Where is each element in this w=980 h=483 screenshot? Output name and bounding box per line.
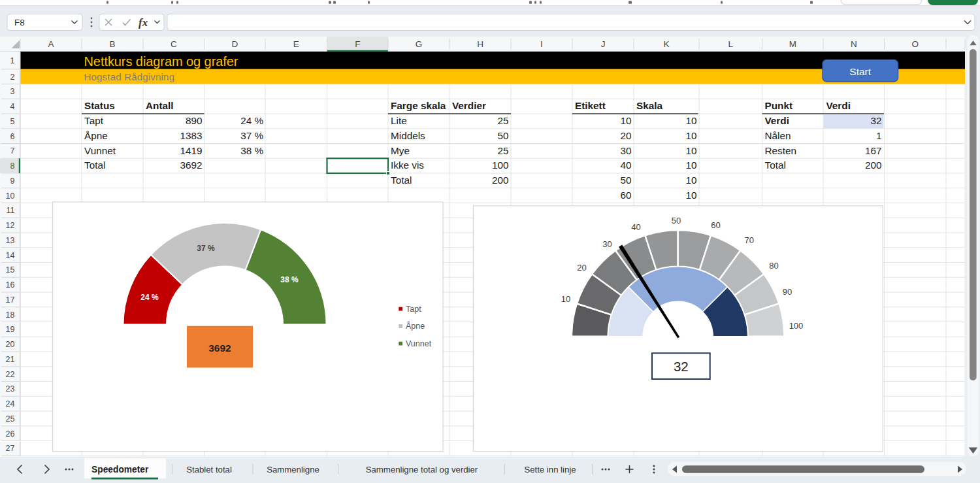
svg-text:Verdier: Verdier — [452, 100, 486, 111]
svg-text:F: F — [355, 39, 360, 49]
svg-text:O: O — [911, 39, 919, 49]
svg-text:37 %: 37 % — [197, 244, 215, 253]
svg-text:Sette inn linje: Sette inn linje — [524, 465, 576, 475]
svg-text:Antall: Antall — [146, 100, 174, 111]
svg-text:J: J — [601, 39, 606, 49]
svg-text:Åpne: Åpne — [84, 130, 108, 141]
svg-text:1: 1 — [10, 56, 15, 65]
svg-text:38 %: 38 % — [240, 145, 263, 156]
svg-text:3692: 3692 — [208, 342, 231, 354]
svg-text:11: 11 — [7, 206, 15, 215]
svg-text:Skala: Skala — [636, 100, 662, 111]
svg-text:26: 26 — [6, 429, 15, 439]
svg-text:14: 14 — [6, 251, 15, 260]
svg-text:25: 25 — [6, 414, 15, 424]
svg-text:80: 80 — [769, 261, 778, 271]
svg-text:22: 22 — [6, 370, 15, 379]
svg-text:15: 15 — [6, 265, 15, 275]
svg-text:32: 32 — [674, 359, 689, 374]
svg-text:Start: Start — [849, 66, 871, 77]
svg-text:9: 9 — [10, 176, 15, 186]
svg-text:30: 30 — [620, 145, 631, 156]
svg-text:Resten: Resten — [765, 145, 796, 156]
svg-text:5: 5 — [10, 117, 15, 126]
svg-text:25: 25 — [497, 145, 508, 156]
svg-text:1: 1 — [876, 130, 882, 141]
svg-text:Hogstad Rådgivning: Hogstad Rådgivning — [84, 71, 175, 82]
svg-text:10: 10 — [620, 115, 631, 126]
svg-text:17: 17 — [6, 295, 15, 305]
svg-text:100: 100 — [789, 321, 804, 331]
svg-text:24 %: 24 % — [140, 293, 159, 302]
svg-text:890: 890 — [186, 115, 203, 126]
svg-text:Status: Status — [84, 100, 115, 111]
svg-text:167: 167 — [865, 145, 882, 156]
svg-text:19: 19 — [6, 325, 15, 334]
svg-text:F8: F8 — [14, 18, 25, 27]
svg-text:18: 18 — [6, 310, 15, 320]
svg-text:2: 2 — [10, 73, 15, 82]
svg-text:27: 27 — [6, 444, 15, 453]
svg-text:Speedometer: Speedometer — [91, 465, 149, 475]
svg-text:60: 60 — [620, 190, 631, 201]
svg-text:12: 12 — [6, 221, 15, 230]
svg-text:D: D — [231, 39, 238, 49]
svg-text:13: 13 — [6, 236, 15, 245]
svg-text:4: 4 — [10, 102, 15, 111]
svg-text:Farge skala: Farge skala — [391, 100, 446, 111]
svg-text:20: 20 — [620, 130, 631, 141]
svg-text:60: 60 — [711, 220, 720, 230]
svg-text:8: 8 — [10, 161, 15, 171]
svg-text:50: 50 — [672, 216, 681, 225]
svg-text:23: 23 — [6, 384, 15, 393]
svg-text:Vunnet: Vunnet — [406, 339, 432, 348]
svg-text:7: 7 — [10, 146, 15, 156]
svg-text:C: C — [171, 39, 177, 49]
svg-text:H: H — [477, 39, 483, 49]
svg-text:20: 20 — [577, 263, 586, 273]
svg-text:Verdi: Verdi — [826, 100, 851, 111]
svg-text:Vunnet: Vunnet — [84, 145, 116, 156]
svg-text:50: 50 — [620, 175, 631, 186]
svg-text:40: 40 — [620, 159, 631, 171]
svg-text:Tapt: Tapt — [84, 115, 104, 126]
svg-text:Middels: Middels — [391, 130, 425, 141]
svg-text:10: 10 — [685, 130, 696, 141]
svg-text:24: 24 — [6, 399, 15, 408]
svg-text:1383: 1383 — [180, 130, 202, 141]
svg-text:24 %: 24 % — [240, 115, 263, 126]
svg-text:I: I — [540, 39, 543, 49]
svg-text:Mye: Mye — [391, 145, 410, 156]
svg-text:20: 20 — [6, 340, 15, 349]
svg-text:10: 10 — [561, 294, 570, 304]
svg-text:K: K — [663, 39, 669, 49]
svg-text:Nålen: Nålen — [765, 130, 791, 141]
svg-text:A: A — [48, 39, 54, 49]
svg-text:M: M — [789, 39, 796, 49]
svg-text:Total: Total — [391, 175, 412, 186]
svg-text:Sammenligne: Sammenligne — [267, 465, 319, 475]
svg-text:L: L — [728, 39, 733, 49]
svg-text:Verdi: Verdi — [765, 115, 789, 126]
svg-text:50: 50 — [497, 130, 508, 141]
svg-text:10: 10 — [685, 145, 696, 156]
svg-text:21: 21 — [6, 355, 15, 364]
svg-text:30: 30 — [602, 239, 612, 249]
svg-text:3692: 3692 — [180, 159, 202, 171]
svg-text:Total: Total — [84, 159, 105, 171]
svg-text:10: 10 — [685, 115, 696, 126]
svg-text:37 %: 37 % — [240, 130, 263, 141]
svg-text:90: 90 — [783, 287, 792, 297]
svg-text:200: 200 — [865, 159, 882, 171]
svg-text:Total: Total — [765, 159, 786, 171]
svg-text:Stablet total: Stablet total — [186, 465, 232, 475]
svg-text:6: 6 — [10, 132, 15, 141]
svg-text:fx: fx — [139, 16, 148, 29]
svg-text:200: 200 — [492, 175, 509, 186]
svg-text:10: 10 — [685, 175, 696, 186]
svg-text:10: 10 — [6, 192, 15, 201]
svg-text:10: 10 — [685, 190, 696, 201]
svg-text:3: 3 — [10, 87, 15, 96]
svg-text:25: 25 — [497, 115, 508, 126]
svg-text:100: 100 — [492, 159, 509, 171]
